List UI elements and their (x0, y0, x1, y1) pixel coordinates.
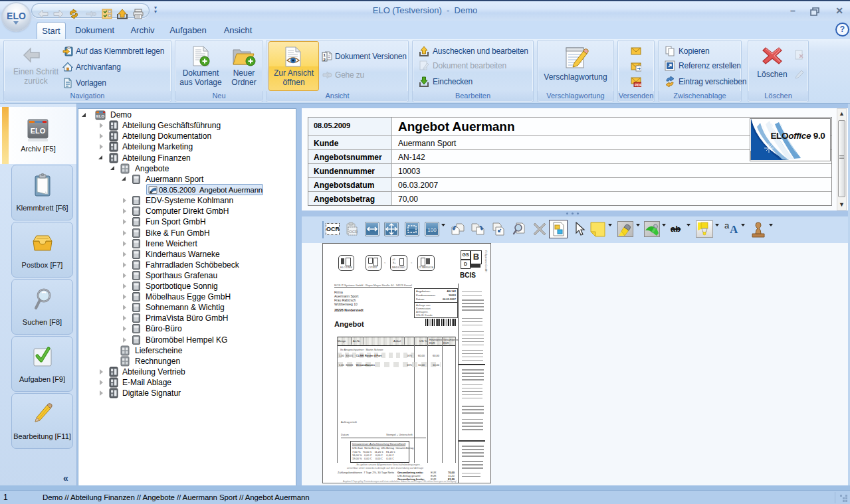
svg-text:PDF: PDF (635, 83, 641, 87)
svg-text:100: 100 (427, 227, 437, 233)
svg-text:OCR: OCR (349, 230, 358, 234)
svg-text:ELO: ELO (31, 127, 46, 135)
